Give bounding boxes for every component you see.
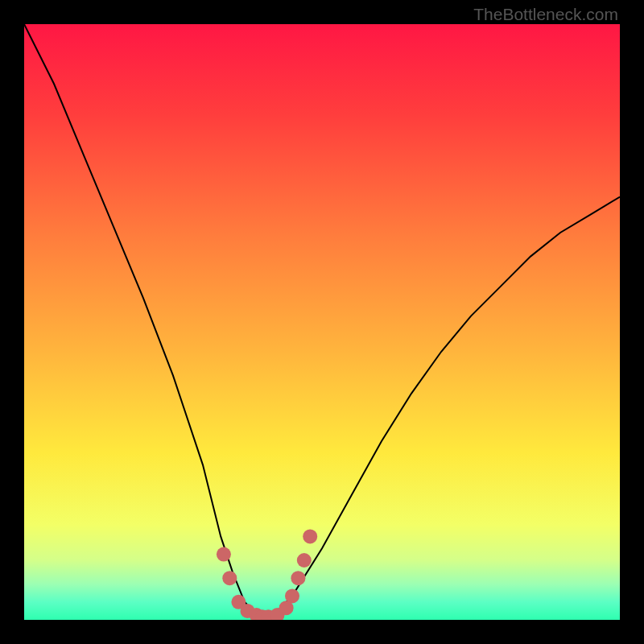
watermark-text: TheBottleneck.com [473,5,618,24]
data-point [291,571,305,585]
data-point [217,547,231,562]
chart-svg [24,24,620,620]
data-point [297,553,312,568]
plot-area [24,24,620,620]
data-point [222,571,237,585]
gradient-background [24,24,620,620]
chart-frame: TheBottleneck.com [0,0,644,644]
data-point [303,529,317,543]
data-point [285,588,299,603]
